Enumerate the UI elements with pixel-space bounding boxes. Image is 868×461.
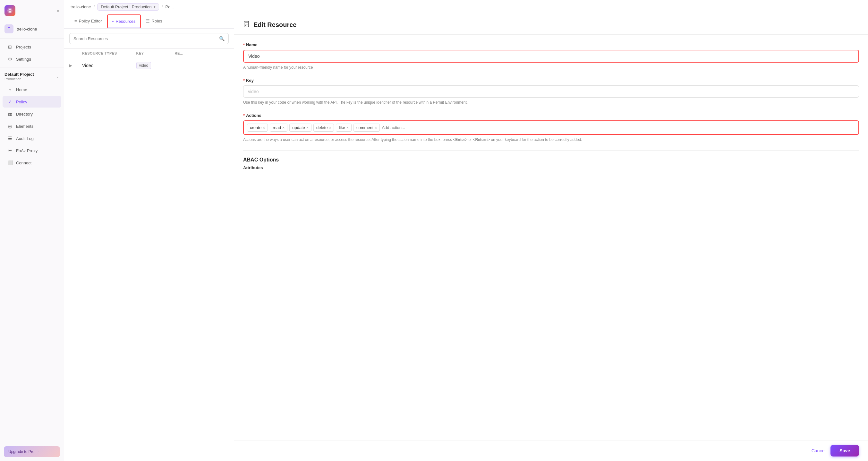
row-expand-icon[interactable]: ▶ (69, 63, 82, 68)
resource-key-input[interactable] (243, 85, 859, 97)
table-col-resource-types: RESOURCE TYPES (82, 51, 136, 55)
project-toggle-icon: ⌄ (56, 74, 59, 79)
policy-editor-tab-icon: ≡ (74, 19, 77, 23)
remove-action-update[interactable]: × (306, 126, 309, 130)
tab-roles-label: Roles (152, 19, 162, 23)
breadcrumb-workspace[interactable]: trello-clone (70, 4, 91, 9)
resource-name: Video (82, 63, 136, 68)
roles-tab-icon: ☰ (146, 19, 150, 23)
table-header: RESOURCE TYPES KEY RE... (64, 49, 234, 58)
sidebar-item-label: FoAz Proxy (16, 148, 37, 153)
add-action-input[interactable] (382, 125, 436, 130)
upgrade-to-pro-button[interactable]: Upgrade to Pro → (4, 446, 60, 457)
name-label-text: Name (246, 42, 257, 47)
key-hint: Use this key in your code or when workin… (243, 99, 859, 105)
action-tag-label: update (292, 125, 305, 130)
name-label: * Name (243, 42, 859, 47)
search-bar: 🔍 (64, 29, 234, 49)
abac-section: ABAC Options Attributes (243, 157, 859, 170)
tab-policy-editor-label: Policy Editor (79, 19, 102, 23)
actions-label-text: Actions (246, 113, 261, 118)
workspace-item[interactable]: T trello-clone (0, 21, 64, 37)
edit-resource-icon (243, 21, 250, 29)
search-resources-input[interactable] (73, 36, 217, 41)
sidebar-item-label: Elements (16, 124, 33, 129)
table-row[interactable]: ▶ Video video (64, 58, 234, 73)
edit-panel-title: Edit Resource (253, 21, 297, 29)
save-button[interactable]: Save (831, 445, 859, 457)
actions-field-section: * Actions create × read × updat (243, 113, 859, 143)
workspace-avatar: T (4, 24, 13, 33)
action-tag-like: like × (336, 124, 351, 132)
action-tag-update: update × (289, 124, 311, 132)
remove-action-create[interactable]: × (263, 126, 265, 130)
abac-attributes-label: Attributes (243, 165, 859, 170)
required-star-key: * (243, 78, 245, 83)
collapse-sidebar-button[interactable]: « (57, 8, 59, 13)
sidebar-item-directory[interactable]: ▦ Directory (3, 108, 61, 120)
divider-2 (0, 67, 64, 67)
elements-icon: ◎ (7, 123, 13, 129)
project-env: Production (4, 77, 34, 81)
action-tag-label: create (250, 125, 261, 130)
remove-action-like[interactable]: × (346, 126, 349, 130)
action-tag-delete: delete × (313, 124, 334, 132)
edit-panel-content: * Name A human-friendly name for your re… (234, 35, 868, 440)
abac-title: ABAC Options (243, 157, 859, 163)
action-tag-read: read × (270, 124, 287, 132)
sidebar-item-audit-log[interactable]: ☰ Audit Log (3, 133, 61, 144)
key-field-section: * Key Use this key in your code or when … (243, 78, 859, 105)
resource-key-cell: video (136, 62, 175, 69)
foaz-proxy-icon: ⚯ (7, 148, 13, 153)
sidebar-item-label: Policy (16, 99, 27, 104)
logo-area (4, 5, 16, 16)
name-hint: A human-friendly name for your resource (243, 64, 859, 70)
sidebar-item-label: Connect (16, 161, 31, 165)
remove-action-read[interactable]: × (282, 126, 284, 130)
required-star: * (243, 42, 245, 47)
divider-1 (0, 38, 64, 39)
sidebar: « T trello-clone ⊞ Projects ⚙ Settings D… (0, 0, 64, 461)
actions-tags-box[interactable]: create × read × update × delete (243, 120, 859, 135)
actions-hint: Actions are the ways a user can act on a… (243, 137, 859, 143)
projects-icon: ⊞ (7, 44, 13, 50)
action-tag-label: comment (356, 125, 373, 130)
remove-action-comment[interactable]: × (375, 126, 377, 130)
required-star-actions: * (243, 113, 245, 118)
breadcrumb-env-selector[interactable]: Default Project ⁝ Production ▾ (97, 3, 159, 10)
tab-resources-label: Resources (116, 19, 135, 24)
name-field-section: * Name A human-friendly name for your re… (243, 42, 859, 70)
chevron-down-icon: ▾ (154, 5, 156, 9)
action-tag-label: delete (316, 125, 328, 130)
main-content: trello-clone / Default Project ⁝ Product… (64, 0, 868, 461)
sidebar-item-settings[interactable]: ⚙ Settings (3, 53, 61, 65)
resource-name-input[interactable] (243, 50, 859, 63)
sidebar-item-home[interactable]: ⌂ Home (3, 84, 61, 95)
cancel-button[interactable]: Cancel (811, 448, 826, 453)
sidebar-item-label: Audit Log (16, 136, 34, 141)
sidebar-item-projects[interactable]: ⊞ Projects (3, 41, 61, 53)
edit-resource-panel: Edit Resource * Name A human-friendly na… (234, 14, 868, 461)
sidebar-item-connect[interactable]: ⬜ Connect (3, 157, 61, 169)
policy-area: ≡ Policy Editor ▪ Resources ☰ Roles 🔍 (64, 14, 868, 461)
sidebar-item-foaz-proxy[interactable]: ⚯ FoAz Proxy (3, 145, 61, 156)
actions-label: * Actions (243, 113, 859, 118)
remove-action-delete[interactable]: × (329, 126, 331, 130)
home-icon: ⌂ (7, 87, 13, 92)
sidebar-header: « (0, 0, 64, 21)
workspace-name: trello-clone (17, 27, 37, 31)
tab-policy-editor[interactable]: ≡ Policy Editor (69, 14, 107, 29)
connect-icon: ⬜ (7, 160, 13, 166)
search-icon: 🔍 (219, 36, 224, 41)
sidebar-item-label: Directory (16, 112, 33, 117)
sidebar-item-elements[interactable]: ◎ Elements (3, 120, 61, 132)
tab-roles[interactable]: ☰ Roles (141, 14, 167, 29)
tab-resources[interactable]: ▪ Resources (107, 15, 141, 28)
key-label: * Key (243, 78, 859, 83)
sidebar-item-label: Projects (16, 45, 31, 50)
resource-table: RESOURCE TYPES KEY RE... ▶ Video video (64, 49, 234, 461)
sidebar-item-label: Home (16, 87, 27, 92)
sidebar-item-policy[interactable]: ✓ Policy (3, 96, 61, 108)
sidebar-item-label: Settings (16, 57, 31, 62)
project-header[interactable]: Default Project Production ⌄ (0, 69, 64, 84)
